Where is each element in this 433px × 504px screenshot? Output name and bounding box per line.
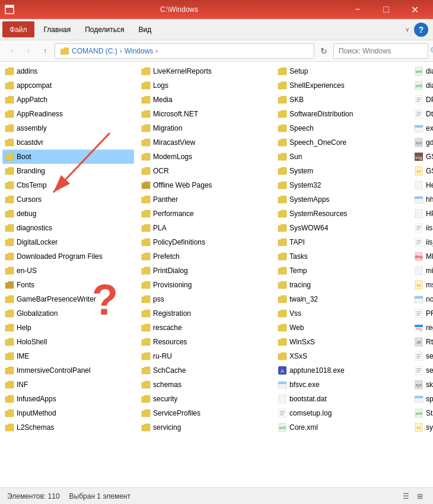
tiles-view-button[interactable]: ⊞ [414,490,426,502]
list-item[interactable]: PolicyDefinitions [139,235,270,249]
maximize-button[interactable]: □ [372,0,400,19]
list-item[interactable]: SKB [275,93,407,107]
list-item[interactable]: SysWOW64 [275,221,407,235]
list-item[interactable]: PrintDialog [139,264,270,278]
list-item[interactable]: rescache [139,321,270,335]
list-item[interactable]: en-US [2,264,134,278]
list-item[interactable]: explorer.exe [412,121,433,135]
list-item[interactable]: Speech_OneCore [275,135,407,150]
list-item[interactable]: iis.log [412,221,433,235]
menu-share[interactable]: Поделиться [78,19,131,40]
list-item[interactable]: Logs [139,78,270,93]
list-item[interactable]: SystemApps [275,192,407,207]
list-item[interactable]: DigitalLocker [2,235,134,249]
list-item[interactable]: AppPatch [2,93,134,107]
list-item[interactable]: Globalization [2,306,134,321]
list-item[interactable]: Panther [139,192,270,207]
list-item[interactable]: twain_32 [275,292,407,306]
list-item[interactable]: ModemLogs [139,150,270,164]
menu-view[interactable]: Вид [131,19,158,40]
list-item[interactable]: IME [2,349,134,363]
list-item[interactable]: Registration [139,306,270,321]
list-item[interactable]: sysgdrv.sys [412,135,433,150]
up-button[interactable]: ↑ [38,44,52,58]
list-item[interactable]: dllRtlExUpd.dll [412,335,433,349]
address-path[interactable]: COMAND (C:) › Windows › [55,43,314,59]
list-item[interactable]: Downloaded Program Files [2,249,134,264]
list-item[interactable]: DPINST.LOG [412,93,433,107]
details-view-button[interactable]: ☰ [400,490,412,502]
list-item[interactable]: AppReadiness [2,107,134,121]
list-item[interactable]: Resources [139,335,270,349]
list-item[interactable]: InfusedApps [2,392,134,406]
list-item[interactable]: Branding [2,164,134,178]
list-item[interactable]: Cursors [2,192,134,207]
list-item[interactable]: ru-RU [139,349,270,363]
refresh-button[interactable]: ↻ [317,44,331,58]
list-item[interactable]: LiveKernelReports [139,64,270,78]
list-item[interactable]: HoloShell [2,335,134,349]
list-item[interactable]: TAPI [275,235,407,249]
list-item[interactable]: inisystem.ini [412,420,433,435]
list-item[interactable]: HP_48BitScanUp [412,207,433,221]
list-item[interactable]: imgGSetup.exe [412,150,433,164]
list-item[interactable]: diagnostics [2,221,134,235]
list-item[interactable]: tracing [275,278,407,292]
list-item[interactable]: Sun [275,150,407,164]
list-item[interactable]: xmldiagerr.xml [412,64,433,78]
list-item[interactable]: Migration [139,121,270,135]
list-item[interactable]: OCR [139,164,270,178]
list-item[interactable]: bfsvc.exe [275,378,407,392]
list-item[interactable]: setupact.log [412,349,433,363]
list-item[interactable]: Microsoft.NET [139,107,270,121]
minimize-button[interactable]: − [344,0,371,19]
list-item[interactable]: sysskinapp.sys [412,378,433,392]
list-item[interactable]: HelpPane.exe [412,178,433,192]
list-item[interactable]: splwow64.exe [412,392,433,406]
list-item[interactable]: InputMethod [2,406,134,420]
list-item[interactable]: notepad.exe [412,292,433,306]
back-button[interactable]: ‹ [5,44,19,58]
list-item[interactable]: iniGSetup.ini [412,164,433,178]
list-item[interactable]: ServiceProfiles [139,406,270,420]
breadcrumb-drive[interactable]: COMAND (C:) [72,47,117,55]
list-item[interactable]: Performance [139,207,270,221]
list-item[interactable]: Prefetch [139,249,270,264]
list-item[interactable]: SchCache [139,363,270,378]
list-item[interactable]: Fonts [2,278,134,292]
list-item[interactable]: Provisioning [139,278,270,292]
list-item[interactable]: setuperr.log [412,363,433,378]
list-item[interactable]: Setup [275,64,407,78]
list-item[interactable]: WinSxS [275,335,407,349]
list-item[interactable]: L2Schemas [2,420,134,435]
list-item[interactable]: XSxS [275,349,407,363]
list-item[interactable]: SoftwareDistribution [275,107,407,121]
list-item[interactable]: Boot [2,150,134,164]
list-item[interactable]: Temp [275,264,407,278]
help-button[interactable]: ? [414,23,428,37]
list-item[interactable]: PFRO.log [412,306,433,321]
list-item[interactable]: xmlStarter.xml [412,406,433,420]
list-item[interactable]: security [139,392,270,406]
list-item[interactable]: comsetup.log [275,406,407,420]
list-item[interactable]: xmldiagwrn.xml [412,78,433,93]
close-button[interactable]: ✕ [401,0,428,19]
list-item[interactable]: ShellExperiences [275,78,407,93]
list-item[interactable]: addins [2,64,134,78]
search-box[interactable]: 🔍 [333,43,428,59]
list-item[interactable]: GameBarPresenceWriter [2,292,134,306]
forward-button[interactable]: › [21,44,36,58]
list-item[interactable]: mib.bin [412,264,433,278]
list-item[interactable]: ImmersiveControlPanel [2,363,134,378]
list-item[interactable]: DtcInstall.log [412,107,433,121]
list-item[interactable]: assembly [2,121,134,135]
list-item[interactable]: inimsdfmap.ini [412,278,433,292]
list-item[interactable]: bcastdvr [2,135,134,150]
list-item[interactable]: Help [2,321,134,335]
list-item[interactable]: System32 [275,178,407,192]
breadcrumb-windows[interactable]: Windows [125,47,154,55]
list-item[interactable]: CbsTemp [2,178,134,192]
menu-home[interactable]: Главная [37,19,78,40]
list-item[interactable]: SystemResources [275,207,407,221]
list-item[interactable]: debug [2,207,134,221]
